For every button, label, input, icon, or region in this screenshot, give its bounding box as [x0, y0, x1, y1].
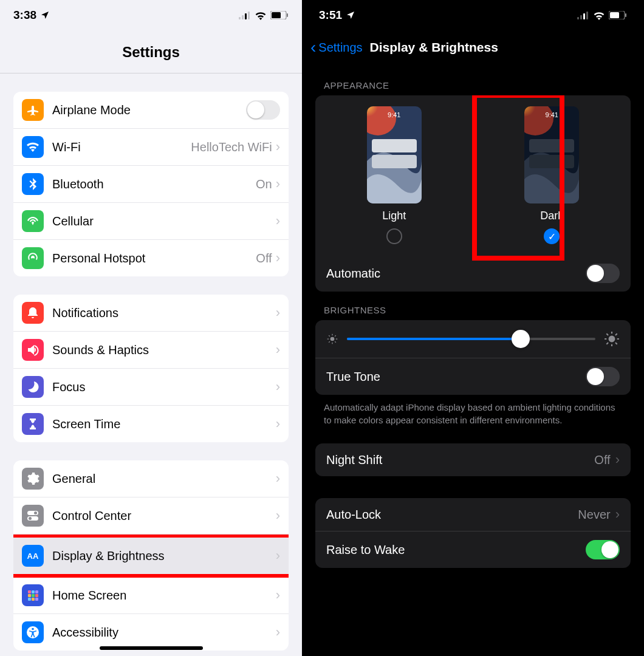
svg-point-11 [29, 517, 32, 520]
display-icon: AA [22, 545, 44, 567]
svg-line-50 [615, 343, 617, 344]
svg-point-9 [34, 511, 37, 514]
settings-row-wifi[interactable]: Wi-FiHelloTech WiFi› [13, 129, 289, 166]
automatic-switch[interactable] [586, 264, 620, 283]
back-chevron-icon[interactable]: ‹ [310, 38, 316, 57]
chevron-icon: › [276, 250, 280, 266]
chevron-icon: › [276, 471, 280, 487]
svg-rect-1 [242, 15, 244, 19]
battery-icon [609, 11, 627, 19]
settings-row-focus[interactable]: Focus› [13, 369, 289, 406]
settings-row-controlcenter[interactable]: Control Center› [13, 497, 289, 535]
lock-group: Auto-Lock Never › Raise to Wake [315, 498, 631, 568]
airplane-switch[interactable] [246, 100, 280, 120]
settings-row-accessibility[interactable]: Accessibility› [13, 614, 289, 651]
row-label: Airplane Mode [52, 103, 246, 117]
dark-preview: 9:41 [524, 106, 579, 203]
nightshift-row[interactable]: Night Shift Off › [315, 443, 631, 476]
display-brightness-screen-dark: 3:51 ‹ Settings Display & Brightness APP… [302, 0, 644, 656]
status-time: 3:38 [13, 9, 36, 22]
controlcenter-icon [22, 505, 44, 527]
brightness-thumb[interactable] [512, 330, 530, 348]
notifications-icon [22, 302, 44, 324]
appearance-dark-option[interactable]: 9:41 Dark ✓ [524, 106, 579, 244]
light-radio[interactable] [386, 228, 402, 244]
settings-group: General›Control Center›AADisplay & Brigh… [13, 460, 289, 651]
home-indicator[interactable] [100, 646, 203, 650]
autolock-row[interactable]: Auto-Lock Never › [315, 498, 631, 531]
svg-line-52 [615, 333, 617, 335]
chevron-icon: › [276, 587, 280, 603]
row-label: Wi-Fi [52, 140, 191, 154]
dark-radio[interactable]: ✓ [544, 228, 560, 244]
svg-rect-0 [239, 17, 241, 19]
settings-group: Airplane ModeWi-FiHelloTech WiFi›Bluetoo… [13, 92, 289, 276]
settings-row-cellular[interactable]: Cellular› [13, 203, 289, 240]
brightness-slider[interactable] [347, 338, 595, 340]
row-label: Focus [52, 380, 276, 394]
svg-rect-2 [245, 13, 247, 19]
raisewake-row[interactable]: Raise to Wake [315, 531, 631, 568]
settings-row-display[interactable]: AADisplay & Brightness› [13, 538, 289, 574]
settings-row-airplane[interactable]: Airplane Mode [13, 92, 289, 129]
svg-rect-24 [577, 17, 579, 19]
row-value: HelloTech WiFi [191, 140, 272, 154]
light-label: Light [382, 210, 406, 222]
svg-rect-21 [35, 598, 38, 601]
sun-small-icon [326, 333, 338, 345]
settings-row-screentime[interactable]: Screen Time› [13, 406, 289, 442]
chevron-icon: › [615, 507, 620, 522]
settings-row-notifications[interactable]: Notifications› [13, 295, 289, 332]
cell-signal-icon [239, 12, 251, 19]
row-label: Display & Brightness [52, 549, 276, 563]
brightness-group: True Tone [315, 320, 631, 395]
page-title: Display & Brightness [370, 40, 498, 55]
svg-line-40 [329, 335, 330, 337]
appearance-light-option[interactable]: 9:41 Light [367, 106, 422, 244]
truetone-switch[interactable] [586, 367, 620, 386]
chevron-icon: › [276, 624, 280, 640]
bluetooth-icon [22, 173, 44, 195]
truetone-footer: Automatically adapt iPhone display based… [302, 395, 644, 426]
settings-screen-light: 3:38 Settings Airplane ModeWi-FiHelloTec… [0, 0, 302, 656]
svg-rect-15 [35, 590, 38, 593]
automatic-row[interactable]: Automatic [315, 255, 631, 292]
svg-line-41 [335, 341, 336, 343]
settings-row-bluetooth[interactable]: BluetoothOn› [13, 166, 289, 203]
svg-rect-6 [287, 13, 288, 17]
wifi-icon [22, 136, 44, 158]
chevron-icon: › [276, 342, 280, 358]
svg-line-43 [335, 335, 336, 337]
svg-rect-14 [32, 590, 35, 593]
location-icon [40, 10, 50, 20]
settings-row-sounds[interactable]: Sounds & Haptics› [13, 332, 289, 369]
chevron-icon: › [276, 305, 280, 321]
brightness-slider-row[interactable] [315, 320, 631, 358]
svg-rect-20 [32, 598, 35, 601]
settings-row-hotspot[interactable]: Personal HotspotOff› [13, 240, 289, 276]
truetone-row[interactable]: True Tone [315, 358, 631, 395]
svg-rect-16 [28, 594, 31, 597]
chevron-icon: › [276, 139, 280, 155]
accessibility-icon [22, 621, 44, 643]
svg-text:AA: AA [27, 552, 39, 561]
highlight-display-brightness: AADisplay & Brightness› [13, 534, 289, 578]
dark-label: Dark [540, 210, 563, 222]
settings-row-general[interactable]: General› [13, 460, 289, 497]
homescreen-icon [22, 584, 44, 606]
sounds-icon [22, 339, 44, 361]
svg-rect-17 [32, 594, 35, 597]
svg-line-51 [606, 343, 608, 344]
back-button[interactable]: Settings [318, 41, 362, 55]
row-label: Bluetooth [52, 177, 256, 191]
svg-point-7 [32, 257, 34, 259]
row-label: Screen Time [52, 417, 276, 431]
cell-signal-icon [577, 12, 589, 19]
settings-row-homescreen[interactable]: Home Screen› [13, 577, 289, 614]
focus-icon [22, 376, 44, 398]
appearance-section-label: APPEARANCE [302, 67, 644, 95]
raisewake-switch[interactable] [586, 540, 620, 559]
row-value: On [256, 177, 272, 191]
status-time: 3:51 [319, 9, 342, 22]
row-label: Sounds & Haptics [52, 343, 276, 357]
